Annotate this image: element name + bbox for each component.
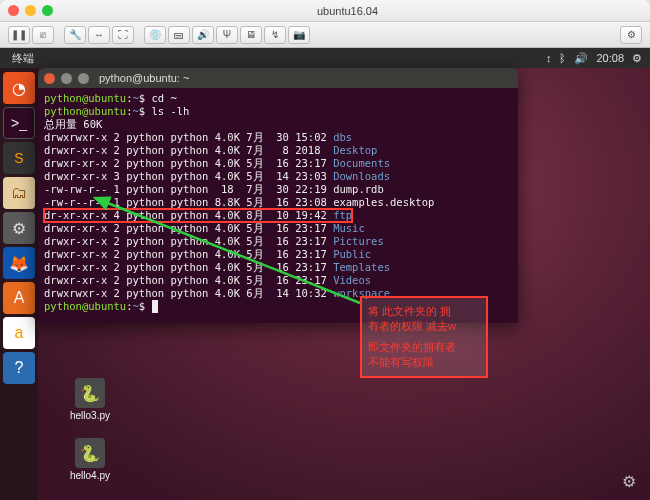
fullscreen-icon[interactable]: ⛶ [112,26,134,44]
bluetooth-icon[interactable]: ᛒ [559,52,566,64]
sound-icon[interactable]: 🔊 [574,52,588,65]
terminal-close-icon[interactable] [44,73,55,84]
highlighted-row: dr-xr-xr-x 4 python python 4.0K 8月 10 19… [44,209,352,222]
annotation-line: 不能有写权限 [368,355,480,370]
annotation-line: 即文件夹的拥有者 [368,340,480,355]
ls-row: drwxr-xr-x 2 python python 4.0K 5月 16 23… [44,248,371,260]
ls-row: drwxr-xr-x 2 python python 4.0K 5月 16 23… [44,157,390,169]
host-close-icon[interactable] [8,5,19,16]
terminal-maximize-icon[interactable] [78,73,89,84]
vm-viewport: 终端 ↕ ᛒ 🔊 20:08 ⚙ ◔ >_ S 🗂 ⚙ 🦊 A a ? [0,48,650,500]
desktop-file-hello3[interactable]: 🐍 hello3.py [60,378,120,421]
python-file-icon: 🐍 [75,438,105,468]
traffic-lights [8,5,53,16]
drive-icon[interactable]: 🖴 [168,26,190,44]
terminal-cursor [152,300,158,313]
disk-icon[interactable]: 💿 [144,26,166,44]
settings-icon[interactable]: ⚙ [620,26,642,44]
desktop-file-label: hello3.py [70,410,110,421]
display-icon[interactable]: 🖥 [240,26,262,44]
terminal-body[interactable]: python@ubuntu:~$ cd ~ python@ubuntu:~$ l… [38,88,518,323]
python-file-icon: 🐍 [75,378,105,408]
ls-row: drwxr-xr-x 3 python python 4.0K 5月 14 23… [44,170,390,182]
clock[interactable]: 20:08 [596,52,624,64]
annotation-line: 有者的权限 减去w [368,319,480,334]
host-window: ubuntu16.04 ❚❚ ⎚ 🔧 ↔ ⛶ 💿 🖴 🔊 Ψ 🖥 ↯ 📷 ⚙ 终… [0,0,650,500]
menubar-indicators: ↕ ᛒ 🔊 20:08 ⚙ [546,52,642,65]
amazon-launcher-icon[interactable]: a [3,317,35,349]
terminal-launcher-icon[interactable]: >_ [3,107,35,139]
terminal-title: python@ubuntu: ~ [99,72,189,84]
ls-row: drwxrwxr-x 2 python python 4.0K 7月 30 15… [44,131,352,143]
ls-row: drwxr-xr-x 2 python python 4.0K 5月 16 23… [44,222,365,234]
usb-icon[interactable]: Ψ [216,26,238,44]
dash-icon[interactable]: ◔ [3,72,35,104]
snapshot-button[interactable]: ⎚ [32,26,54,44]
terminal-minimize-icon[interactable] [61,73,72,84]
resize-icon[interactable]: ↔ [88,26,110,44]
network-icon[interactable]: ↯ [264,26,286,44]
desktop-file-hello4[interactable]: 🐍 hello4.py [60,438,120,481]
session-gear-icon[interactable]: ⚙ [632,52,642,65]
ubuntu-menubar: 终端 ↕ ᛒ 🔊 20:08 ⚙ [0,48,650,68]
ls-row: drwxr-xr-x 2 python python 4.0K 5月 16 23… [44,235,384,247]
terminal-window[interactable]: python@ubuntu: ~ python@ubuntu:~$ cd ~ p… [38,68,518,323]
ls-row: drwxrwxr-x 2 python python 4.0K 6月 14 10… [44,287,390,299]
software-launcher-icon[interactable]: A [3,282,35,314]
host-maximize-icon[interactable] [42,5,53,16]
settings-launcher-icon[interactable]: ⚙ [3,212,35,244]
network-indicator-icon[interactable]: ↕ [546,52,552,64]
help-launcher-icon[interactable]: ? [3,352,35,384]
firefox-launcher-icon[interactable]: 🦊 [3,247,35,279]
pause-button[interactable]: ❚❚ [8,26,30,44]
terminal-titlebar[interactable]: python@ubuntu: ~ [38,68,518,88]
annotation-box: 将 此文件夹的 拥 有者的权限 减去w 即文件夹的拥有者 不能有写权限 [360,296,488,378]
ls-row: drwxr-xr-x 2 python python 4.0K 5月 16 23… [44,261,390,273]
annotation-line: 将 此文件夹的 拥 [368,304,480,319]
host-title: ubuntu16.04 [53,5,642,17]
ls-row: drwxr-xr-x 2 python python 4.0K 7月 8 201… [44,144,377,156]
ubuntu-desktop[interactable]: 终端 ↕ ᛒ 🔊 20:08 ⚙ ◔ >_ S 🗂 ⚙ 🦊 A a ? [0,48,650,500]
host-gear-icon[interactable]: ⚙ [622,472,642,492]
ls-row: -rw-r--r-- 1 python python 8.8K 5月 16 23… [44,196,434,208]
desktop-file-label: hello4.py [70,470,110,481]
camera-icon[interactable]: 📷 [288,26,310,44]
tool-icon[interactable]: 🔧 [64,26,86,44]
ls-row: -rw-rw-r-- 1 python python 18 7月 30 22:1… [44,183,384,195]
menubar-app-title: 终端 [12,51,34,66]
ls-row: drwxr-xr-x 2 python python 4.0K 5月 16 23… [44,274,371,286]
files-launcher-icon[interactable]: 🗂 [3,177,35,209]
host-toolbar: ❚❚ ⎚ 🔧 ↔ ⛶ 💿 🖴 🔊 Ψ 🖥 ↯ 📷 ⚙ [0,22,650,48]
sublime-launcher-icon[interactable]: S [3,142,35,174]
host-titlebar: ubuntu16.04 [0,0,650,22]
unity-launcher: ◔ >_ S 🗂 ⚙ 🦊 A a ? [0,68,38,500]
host-minimize-icon[interactable] [25,5,36,16]
audio-icon[interactable]: 🔊 [192,26,214,44]
